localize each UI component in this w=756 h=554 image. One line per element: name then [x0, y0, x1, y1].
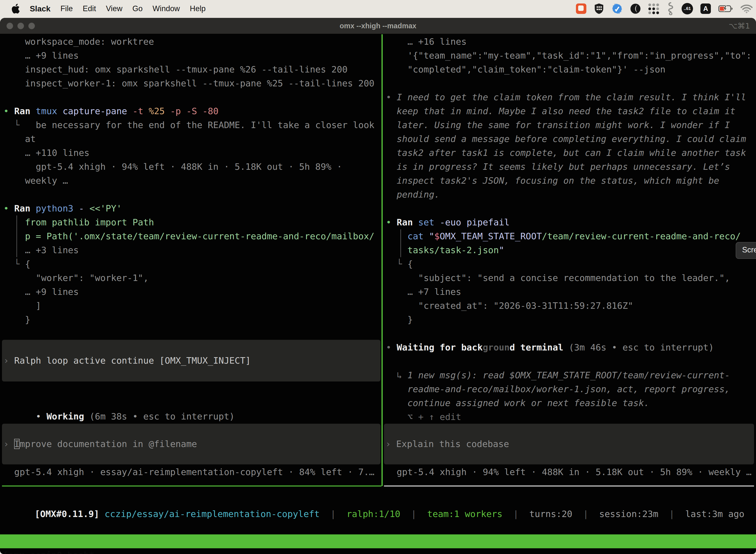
terminal-line: [386, 327, 756, 340]
terminal-line: └ be necessary for the end of the README…: [3, 118, 381, 132]
terminal-line: "worker": "worker-1",: [3, 271, 381, 285]
tmux-session-name: [omx-cczip0:bash*: [3, 548, 94, 554]
terminal-line: … +7 lines: [386, 285, 756, 299]
screenshot-tooltip: Scre: [736, 242, 756, 259]
terminal-line: p = Path('.omx/state/team/review-current…: [3, 229, 381, 243]
terminal-line: from pathlib import Path: [3, 215, 381, 229]
prompt-chevron: ›: [385, 439, 396, 449]
working-status: • Working (6m 38s • esc to interrupt): [3, 396, 235, 409]
terminal-line: gpt-5.4 xhigh · 94% left · 488K in · 5.1…: [3, 160, 381, 174]
ralph-loop-banner: › Ralph loop active continue [OMX_TMUX_I…: [2, 340, 380, 382]
terminal-line: [3, 90, 381, 104]
shield-grid-icon[interactable]: [594, 3, 604, 14]
prompt-chevron: ›: [3, 439, 14, 449]
terminal-line: • Ran set -euo pipefail: [386, 215, 756, 229]
terminal-line: • I need to get the claim token from the…: [386, 90, 756, 104]
pie-crescent-icon[interactable]: [630, 3, 641, 14]
menu-item-view[interactable]: View: [106, 4, 123, 13]
tmux-status-bar: [omx-cczip0:bash* "MacBook-Pro-44.local"…: [0, 535, 756, 548]
omx-session-status: [OMX#0.11.9] cczip/essay/ai-reimplementa…: [2, 493, 744, 507]
terminal-line: inspect task2's JSON, focusing on the st…: [386, 174, 756, 188]
terminal-line: … +9 lines: [3, 285, 381, 299]
terminal-line: … +3 lines: [3, 243, 381, 257]
text-cursor: I: [14, 439, 19, 449]
title-bar: omx --xhigh --madmax ⌥⌘1: [0, 18, 756, 34]
active-pane-border: [2, 486, 381, 487]
inactive-pane-border: [384, 486, 754, 487]
terminal-line: '{"team_name":"my-team","task_id":"1","f…: [386, 49, 756, 63]
terminal-line: should send a message before completing …: [386, 132, 756, 146]
menu-bar: Slack FileEditViewGoWindowHelp ..61 A: [0, 0, 756, 17]
terminal-line: at: [3, 132, 381, 146]
verification-badge-icon[interactable]: [612, 3, 623, 14]
pane-divider[interactable]: [381, 34, 383, 486]
model-status-right: gpt-5.4 xhigh · 94% left · 488K in · 5.1…: [386, 465, 756, 479]
terminal-line: [386, 354, 756, 368]
terminal-line: "created_at": "2026-03-31T11:59:27.816Z": [386, 299, 756, 313]
terminal-line: task2 after task1 is complete, but can I…: [386, 146, 756, 160]
terminal-line: "completed","claim_token":"claim-token"}…: [386, 63, 756, 76]
indent-guide: [400, 229, 401, 257]
terminal-line: inspect_hud: omx sparkshell --tmux-pane …: [3, 63, 381, 76]
terminal-window: omx --xhigh --madmax ⌥⌘1 workspace_mode:…: [0, 18, 756, 554]
terminal-line: workspace_mode: worktree: [3, 35, 381, 49]
menu-item-go[interactable]: Go: [132, 4, 143, 13]
chat-app-icon[interactable]: [576, 3, 586, 14]
prompt-input-left[interactable]: › Improve documentation in @filename: [2, 424, 380, 464]
terminal-line: cat "$OMX_TEAM_STATE_ROOT/team/review-cu…: [386, 229, 756, 243]
menu-item-file[interactable]: File: [61, 4, 73, 13]
terminal-line: • Ran tmux capture-pane -t %25 -p -S -80: [3, 104, 381, 118]
right-pane[interactable]: … +16 lines '{"team_name":"my-team","tas…: [386, 35, 756, 424]
terminal-line: keep that in mind. Maybe I also need the…: [386, 104, 756, 118]
squiggle-icon[interactable]: [667, 2, 674, 15]
terminal-line: … +16 lines: [386, 35, 756, 49]
terminal-line: ↳ 1 new msg(s): read $OMX_TEAM_STATE_ROO…: [386, 368, 756, 382]
terminal-line: is in progress? It seems likely but perh…: [386, 160, 756, 174]
terminal-line: [386, 76, 756, 90]
terminal-line: inspect_worker-1: omx sparkshell --tmux-…: [3, 76, 381, 90]
terminal-line: }: [386, 313, 756, 327]
terminal-line: continue assigned work or next feasible …: [386, 396, 756, 410]
prompt-input-right[interactable]: › Explain this codebase: [384, 424, 754, 464]
menu-item-window[interactable]: Window: [152, 4, 180, 13]
placeholder-text: Explain this codebase: [396, 439, 509, 449]
screen: Slack FileEditViewGoWindowHelp ..61 A: [0, 0, 756, 554]
dots-grid-icon[interactable]: [648, 3, 659, 14]
left-pane[interactable]: workspace_mode: worktree … +9 lines insp…: [3, 35, 381, 327]
menu-item-edit[interactable]: Edit: [83, 4, 96, 13]
terminal-line: … +9 lines: [3, 49, 381, 63]
terminal-line: • Ran python3 - <<'PY': [3, 202, 381, 215]
terminal-line: [3, 188, 381, 202]
terminal-line: readme-and-reco/mailbox/worker-1.json, a…: [386, 382, 756, 396]
menu-status-icons: ..61 A: [576, 0, 753, 17]
window-title: omx --xhigh --madmax: [0, 18, 756, 34]
terminal-line: weekly …: [3, 174, 381, 188]
model-status-left: gpt-5.4 xhigh · essay/ai-reimplementatio…: [3, 465, 375, 479]
terminal-line: └ {: [386, 257, 756, 271]
menu-item-help[interactable]: Help: [190, 4, 206, 13]
terminal-line: └ {: [3, 257, 381, 271]
placeholder-text: mprove documentation in @filename: [19, 439, 197, 449]
input-source-icon[interactable]: A: [700, 3, 711, 14]
terminal-line: pending.: [386, 188, 756, 202]
terminal-line: ]: [3, 299, 381, 313]
terminal-line: later. Using the same for transition mig…: [386, 118, 756, 132]
terminal-line: ⌥ + ↑ edit: [386, 410, 756, 424]
terminal-line: }: [3, 313, 381, 327]
wifi-icon[interactable]: [741, 4, 753, 13]
menu-app-name[interactable]: Slack: [30, 4, 51, 13]
window-shortcut: ⌥⌘1: [729, 18, 750, 34]
terminal-line: … +110 lines: [3, 146, 381, 160]
terminal-line: • Waiting for background terminal (3m 46…: [386, 340, 756, 354]
battery-charging-icon[interactable]: [718, 5, 733, 12]
indent-guide: [16, 215, 17, 257]
terminal-line: tasks/task-2.json": [386, 243, 756, 257]
terminal-line: [386, 202, 756, 215]
terminal-line: "subject": "send a concise recommendatio…: [386, 271, 756, 285]
apple-icon[interactable]: [11, 4, 20, 14]
battery-percent-badge-icon[interactable]: ..61: [682, 3, 693, 14]
